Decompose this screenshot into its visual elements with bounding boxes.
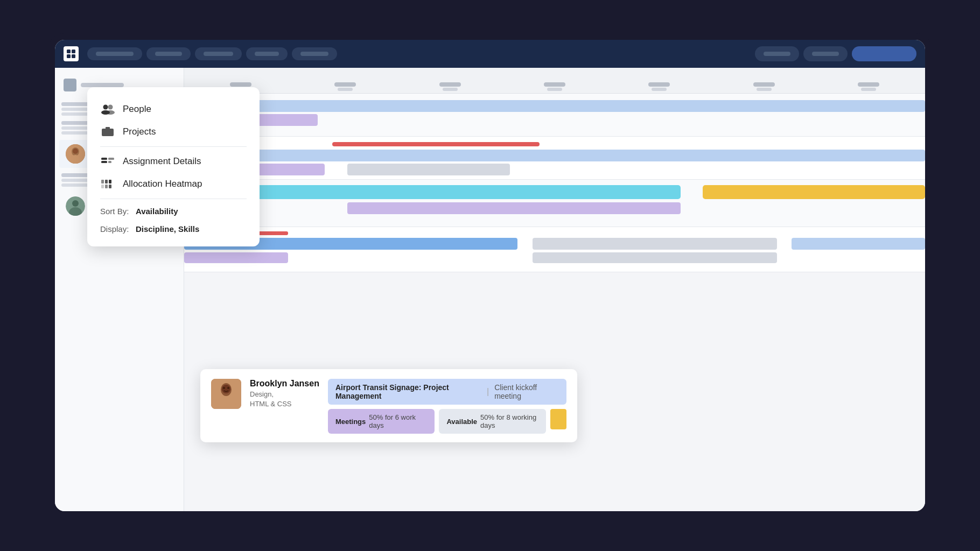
meetings-value: 50% for 6 work days	[369, 413, 427, 429]
svg-rect-24	[101, 185, 104, 188]
tooltip-person-role: Design, HTML & CSS	[250, 390, 319, 409]
display-label: Display:	[100, 224, 129, 234]
svg-rect-2	[67, 54, 71, 58]
svg-point-11	[103, 105, 108, 110]
tooltip-divider: |	[487, 387, 489, 397]
menu-item-heatmap[interactable]: Allocation Heatmap	[87, 173, 260, 195]
tooltip-role-line2: HTML & CSS	[250, 400, 292, 408]
sort-label: Sort By:	[100, 207, 129, 216]
row2-bars	[184, 137, 925, 179]
tooltip-role-line1: Design,	[250, 390, 274, 398]
row1-bars	[184, 94, 925, 136]
app-logo[interactable]	[64, 46, 79, 61]
svg-rect-15	[102, 129, 114, 136]
date-col-7	[816, 82, 921, 91]
menu-display-row: Display: Discipline, Skills	[87, 220, 260, 238]
svg-point-32	[227, 387, 229, 389]
date-col-6	[711, 82, 816, 91]
date-col-4	[502, 82, 607, 91]
menu-item-assignment[interactable]: Assignment Details	[87, 150, 260, 173]
top-nav	[55, 40, 925, 68]
schedule-row-2	[184, 137, 925, 180]
tooltip-stats: Meetings 50% for 6 work days Available 5…	[328, 409, 566, 434]
nav-pill-2[interactable]	[146, 47, 191, 60]
available-value: 50% for 8 working days	[480, 413, 538, 429]
display-value: Discipline, Skills	[136, 224, 199, 234]
date-col-5	[607, 82, 711, 91]
menu-projects-label: Projects	[123, 126, 156, 137]
menu-assignment-label: Assignment Details	[123, 156, 201, 167]
tooltip-avatar	[211, 379, 241, 409]
assignment-icon	[100, 156, 115, 167]
menu-sort-row: Sort By: Availability	[87, 202, 260, 220]
schedule-body	[184, 94, 925, 511]
schedule-area	[184, 68, 925, 511]
nav-pills	[87, 47, 746, 60]
date-col-2	[293, 82, 397, 91]
row3-bars	[184, 180, 925, 227]
nav-cta-button[interactable]	[852, 46, 916, 61]
svg-rect-17	[101, 158, 107, 160]
date-columns	[184, 82, 925, 91]
menu-divider-1	[100, 146, 247, 147]
menu-people-label: People	[123, 104, 151, 115]
people-icon	[100, 103, 115, 115]
svg-rect-21	[101, 180, 104, 183]
tooltip-person-info: Brooklyn Jansen Design, HTML & CSS	[250, 379, 319, 409]
svg-rect-22	[105, 180, 108, 183]
svg-rect-20	[108, 161, 111, 163]
menu-divider-2	[100, 199, 247, 199]
svg-rect-25	[105, 185, 108, 188]
screen: People Projects	[55, 40, 925, 511]
nav-pill-5[interactable]	[292, 47, 337, 60]
tooltip-project-name: Airport Transit Signage: Project Managem…	[335, 383, 481, 400]
svg-rect-3	[72, 54, 75, 58]
tooltip-project-bar: Airport Transit Signage: Project Managem…	[328, 379, 566, 405]
schedule-row-brooklyn	[184, 180, 925, 227]
svg-rect-16	[106, 127, 110, 129]
svg-rect-19	[108, 158, 114, 160]
schedule-row-4	[184, 227, 925, 272]
nav-pill-4[interactable]	[246, 47, 288, 60]
svg-rect-1	[72, 50, 75, 53]
svg-rect-26	[109, 185, 111, 188]
svg-point-14	[106, 110, 115, 115]
svg-point-31	[223, 387, 225, 389]
nav-pill-1[interactable]	[87, 47, 142, 60]
menu-item-projects[interactable]: Projects	[87, 121, 260, 143]
svg-point-30	[222, 385, 230, 393]
date-col-3	[398, 82, 502, 91]
menu-heatmap-label: Allocation Heatmap	[123, 179, 202, 189]
sidebar-icon	[64, 79, 76, 91]
tooltip-meetings-stat: Meetings 50% for 6 work days	[328, 409, 435, 434]
tooltip-bars: Airport Transit Signage: Project Managem…	[328, 379, 566, 434]
projects-icon	[100, 126, 115, 138]
device-frame: People Projects	[48, 33, 932, 518]
nav-right	[755, 46, 916, 61]
dropdown-menu: People Projects	[87, 87, 260, 246]
schedule-header	[184, 68, 925, 94]
nav-right-btn-2[interactable]	[803, 46, 848, 61]
tooltip-yellow-indicator	[550, 409, 566, 429]
meetings-label: Meetings	[335, 418, 366, 426]
nav-pill-3[interactable]	[195, 47, 242, 60]
sort-value: Availability	[136, 207, 178, 216]
svg-rect-18	[101, 161, 107, 163]
nav-right-btn-1[interactable]	[755, 46, 799, 61]
heatmap-icon	[100, 178, 115, 190]
tooltip-available-stat: Available 50% for 8 working days	[439, 409, 546, 434]
svg-point-12	[108, 105, 113, 110]
tooltip-card: Brooklyn Jansen Design, HTML & CSS Airpo…	[200, 369, 577, 442]
svg-rect-23	[109, 180, 111, 183]
tooltip-person-name: Brooklyn Jansen	[250, 379, 319, 388]
svg-rect-0	[67, 50, 71, 53]
available-label: Available	[446, 418, 477, 426]
sidebar-label	[81, 83, 124, 87]
tooltip-project-sub: Client kickoff meeting	[494, 383, 559, 400]
svg-point-7	[73, 149, 78, 154]
menu-item-people[interactable]: People	[87, 98, 260, 121]
svg-point-10	[72, 200, 79, 207]
row4-bars	[184, 227, 925, 272]
schedule-row-1	[184, 94, 925, 137]
